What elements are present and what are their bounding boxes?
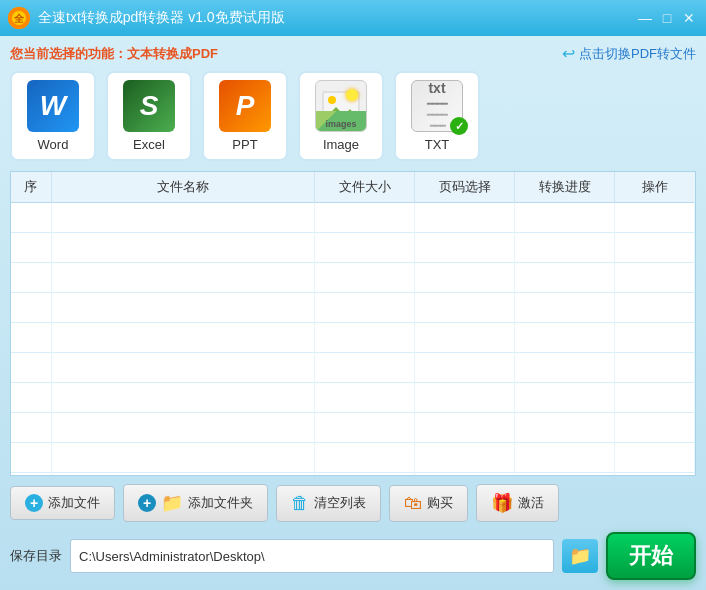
maximize-button[interactable]: □	[658, 9, 676, 27]
table-row	[11, 233, 695, 263]
activate-label: 激活	[518, 494, 544, 512]
col-pagesel: 页码选择	[415, 172, 515, 203]
app-logo: 全	[8, 7, 30, 29]
files-table-container: 序 文件名称 文件大小 页码选择 转换进度 操作	[10, 171, 696, 476]
add-folder-button[interactable]: + 📁 添加文件夹	[123, 484, 268, 522]
ppt-icon-graphic: P	[219, 80, 271, 132]
close-button[interactable]: ✕	[680, 9, 698, 27]
excel-icon-graphic: S	[123, 80, 175, 132]
bottom-row: 保存目录 📁 开始	[10, 532, 696, 580]
format-image[interactable]: images Image	[298, 71, 384, 161]
clear-list-label: 清空列表	[314, 494, 366, 512]
buy-label: 购买	[427, 494, 453, 512]
save-label: 保存目录	[10, 547, 62, 565]
word-letter: W	[40, 92, 66, 120]
add-folder-circle-icon: +	[138, 494, 156, 512]
buy-button[interactable]: 🛍 购买	[389, 485, 468, 522]
table-row	[11, 443, 695, 473]
col-filesize: 文件大小	[315, 172, 415, 203]
action-buttons-row: + 添加文件 + 📁 添加文件夹 🗑 清空列表 🛍 购买 🎁 激活	[10, 484, 696, 522]
col-action: 操作	[615, 172, 695, 203]
format-icons-row: W Word S Excel P PPT	[10, 71, 696, 161]
format-ppt[interactable]: P PPT	[202, 71, 288, 161]
col-seq: 序	[11, 172, 51, 203]
start-button[interactable]: 开始	[606, 532, 696, 580]
titlebar: 全 全速txt转换成pdf转换器 v1.0免费试用版 — □ ✕	[0, 0, 706, 36]
minimize-button[interactable]: —	[636, 9, 654, 27]
main-container: 您当前选择的功能：文本转换成PDF ↩ 点击切换PDF转文件 W Word S …	[0, 36, 706, 590]
clear-icon: 🗑	[291, 493, 309, 514]
svg-rect-4	[324, 93, 358, 119]
word-label: Word	[38, 137, 69, 152]
switch-pdf-button[interactable]: ↩ 点击切换PDF转文件	[562, 44, 696, 63]
table-row	[11, 383, 695, 413]
switch-arrow-icon: ↩	[562, 44, 575, 63]
table-row	[11, 413, 695, 443]
svg-point-5	[328, 96, 336, 104]
ppt-letter: P	[236, 92, 255, 120]
table-row	[11, 473, 695, 477]
activate-button[interactable]: 🎁 激活	[476, 484, 559, 522]
svg-text:全: 全	[13, 13, 25, 24]
col-filename: 文件名称	[51, 172, 315, 203]
format-word[interactable]: W Word	[10, 71, 96, 161]
function-label: 您当前选择的功能：文本转换成PDF	[10, 45, 218, 63]
folder-browse-icon: 📁	[569, 545, 591, 567]
titlebar-left: 全 全速txt转换成pdf转换器 v1.0免费试用版	[8, 7, 285, 29]
ppt-label: PPT	[232, 137, 257, 152]
word-icon-graphic: W	[27, 80, 79, 132]
table-row	[11, 263, 695, 293]
cart-icon: 🛍	[404, 493, 422, 514]
app-title: 全速txt转换成pdf转换器 v1.0免费试用版	[38, 9, 285, 27]
browse-folder-button[interactable]: 📁	[562, 539, 598, 573]
top-bar: 您当前选择的功能：文本转换成PDF ↩ 点击切换PDF转文件	[10, 44, 696, 63]
image-icon-graphic: images	[315, 80, 367, 132]
image-label: Image	[323, 137, 359, 152]
add-folder-label: 添加文件夹	[188, 494, 253, 512]
table-row	[11, 353, 695, 383]
col-progress: 转换进度	[515, 172, 615, 203]
clear-list-button[interactable]: 🗑 清空列表	[276, 485, 381, 522]
start-label: 开始	[629, 541, 673, 571]
table-row	[11, 293, 695, 323]
add-file-button[interactable]: + 添加文件	[10, 486, 115, 520]
window-controls[interactable]: — □ ✕	[636, 9, 698, 27]
activate-icon: 🎁	[491, 492, 513, 514]
save-path-input[interactable]	[70, 539, 554, 573]
table-row	[11, 203, 695, 233]
format-excel[interactable]: S Excel	[106, 71, 192, 161]
table-row	[11, 323, 695, 353]
txt-label: TXT	[425, 137, 450, 152]
excel-label: Excel	[133, 137, 165, 152]
txt-inner: txt ━━━━ ━━━━ ━━━	[427, 80, 447, 131]
add-file-label: 添加文件	[48, 494, 100, 512]
format-txt[interactable]: txt ━━━━ ━━━━ ━━━ ✓ TXT	[394, 71, 480, 161]
add-circle-icon: +	[25, 494, 43, 512]
txt-active-badge: ✓	[450, 117, 468, 135]
excel-letter: S	[140, 92, 159, 120]
folder-icon: 📁	[161, 492, 183, 514]
files-table: 序 文件名称 文件大小 页码选择 转换进度 操作	[11, 172, 695, 476]
